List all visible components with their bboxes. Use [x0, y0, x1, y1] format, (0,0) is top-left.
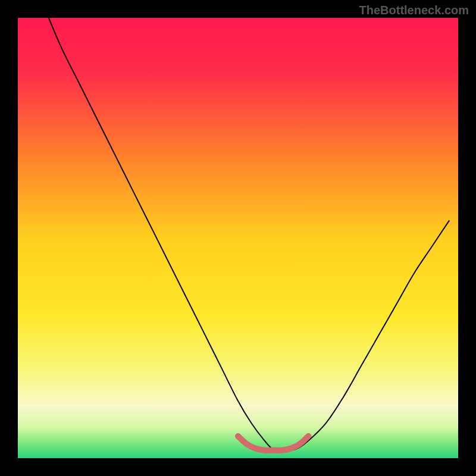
chart-container: TheBottleneck.com: [0, 0, 476, 476]
bottleneck-chart: [0, 0, 476, 476]
plot-background: [18, 18, 458, 458]
watermark-text: TheBottleneck.com: [359, 4, 469, 17]
